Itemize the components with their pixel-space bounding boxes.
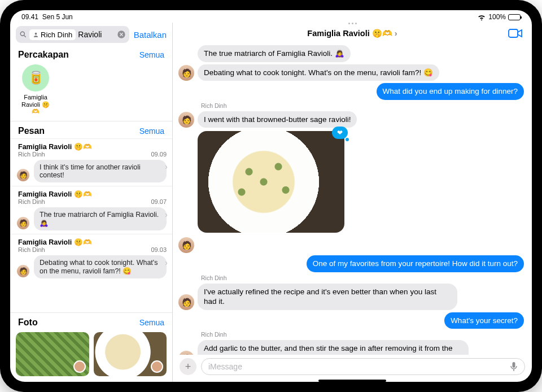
percakapan-all-link[interactable]: Semua [139,50,164,59]
avatar [73,360,86,373]
svg-point-2 [35,32,37,34]
ipad-frame: 09.41 Sen 5 Jun 100% [0,0,542,392]
photo-thumbnail[interactable] [94,332,167,376]
avatar: 🧑 [17,217,29,229]
message-row: One of my favorites from your repertoire… [178,255,524,272]
message-row: 🧑 I went with that browned-butter sage r… [178,111,524,128]
wifi-icon [477,14,486,20]
message-bubble-in[interactable]: I went with that browned-butter sage rav… [198,111,357,128]
svg-rect-5 [513,362,515,368]
chat-title: Famiglia Ravioli 🤫🫶 [18,238,167,246]
message-row: What's your secret? [178,312,524,329]
sender-name: Rich Dinh [18,151,45,158]
search-query-text: Ravioli [78,30,114,39]
photo-thumbnail[interactable] [16,332,89,376]
list-item[interactable]: Famiglia Ravioli 🤫🫶 Rich Dinh 09.03 🧑 De… [10,234,172,282]
home-indicator[interactable] [318,380,386,382]
avatar: 🧑 [17,265,29,277]
message-bubble-out[interactable]: One of my favorites from your repertoire… [307,255,524,272]
add-attachment-button[interactable]: + [180,358,196,375]
sender-name: Rich Dinh [18,246,45,253]
date: Sen 5 Jun [42,13,73,21]
message-row: What did you end up making for dinner? [178,83,524,100]
clock: 09.41 [21,13,38,21]
foto-header: Foto Semua [10,312,172,330]
pesan-title: Pesan [18,126,45,136]
chat-title: Famiglia Ravioli 🤫🫶 [18,190,167,198]
foto-title: Foto [18,317,38,328]
person-icon [33,32,39,38]
message-bubble-in[interactable]: Debating what to cook tonight. What's on… [198,64,439,81]
avatar: 🧑 [178,65,194,81]
message-bubble-in[interactable]: I've actually refined the recipe and it'… [198,284,457,310]
chat-title[interactable]: Famiglia Ravioli 🤫🫶 › [307,29,397,38]
chevron-right-icon: › [165,210,168,219]
message-row: 🧑 Debating what to cook tonight. What's … [178,64,524,81]
search-input[interactable]: Rich Dinh Ravioli [16,26,129,43]
message-row: 🧑 I've actually refined the recipe and i… [178,284,524,310]
avatar: 🧑 [178,237,194,253]
message-row: 🧑 Add garlic to the butter, and then sti… [178,340,524,355]
percakapan-header: Percakapan Semua [10,45,172,62]
message-input[interactable]: iMessage [201,358,525,375]
conversation-item[interactable]: 🥫 Famiglia Ravioli 🤫🫶 [18,64,53,115]
avatar: 🧑 [178,112,194,128]
cancel-search-button[interactable]: Batalkan [134,30,167,40]
list-item-meta: Rich Dinh 09.09 [18,151,167,158]
sidebar: Rich Dinh Ravioli Batalkan Percakapan Se… [10,23,173,382]
chevron-right-icon: › [165,258,168,267]
message-bubble-in[interactable]: Add garlic to the butter, and then stir … [198,340,469,355]
battery-icon [508,14,521,20]
facetime-button[interactable] [508,28,523,38]
sender-label: Rich Dinh [201,331,524,338]
screen: 09.41 Sen 5 Jun 100% [10,10,532,382]
message-row: The true matriarch of Famiglia Ravioli. … [198,45,524,62]
preview-bubble: The true matriarch of Famiglia Ravioli. … [34,207,167,230]
svg-line-1 [24,36,26,37]
list-item-meta: Rich Dinh 09.07 [18,198,167,205]
token-label: Rich Dinh [41,31,72,39]
foto-all-link[interactable]: Semua [139,318,164,327]
percakapan-title: Percakapan [18,50,69,60]
svg-point-0 [20,32,24,36]
chat-main: Famiglia Ravioli 🤫🫶 › The true matriarch… [173,23,532,382]
timestamp: 09.03 [151,246,167,253]
search-row: Rich Dinh Ravioli Batalkan [10,23,172,45]
love-tapback-icon[interactable]: ❤ [332,127,348,139]
message-bubble-out[interactable]: What did you end up making for dinner? [377,83,524,100]
chat-title-text: Famiglia Ravioli 🤫🫶 [307,29,392,38]
list-item-meta: Rich Dinh 09.03 [18,246,167,253]
status-bar: 09.41 Sen 5 Jun 100% [10,10,532,23]
conversation-name: Famiglia Ravioli 🤫🫶 [18,94,53,115]
clear-search-icon[interactable] [117,30,126,39]
pesan-header: Pesan Semua [10,121,172,138]
message-image[interactable] [198,131,344,233]
svg-rect-4 [509,29,518,37]
avatar: 🧑 [178,294,194,310]
chat-title: Famiglia Ravioli 🤫🫶 [18,142,167,151]
list-item[interactable]: Famiglia Ravioli 🤫🫶 Rich Dinh 09.07 🧑 Th… [10,186,172,234]
message-thread[interactable]: The true matriarch of Famiglia Ravioli. … [173,44,532,355]
avatar [151,360,163,373]
pesan-all-link[interactable]: Semua [139,127,164,136]
placeholder-text: iMessage [208,362,242,371]
message-row: 🧑 [178,237,524,253]
message-bubble-in[interactable]: The true matriarch of Famiglia Ravioli. … [198,45,351,62]
search-icon [19,31,27,38]
list-item[interactable]: Famiglia Ravioli 🤫🫶 Rich Dinh 09.09 🧑 I … [10,138,172,186]
search-contact-token[interactable]: Rich Dinh [29,29,76,40]
chevron-right-icon: › [165,162,168,171]
sender-label: Rich Dinh [201,275,524,281]
chevron-right-icon: › [395,29,397,38]
messages-app: Rich Dinh Ravioli Batalkan Percakapan Se… [10,23,532,382]
dictation-icon[interactable] [510,361,518,372]
multitasking-dots-icon[interactable] [344,23,361,26]
status-time-date: 09.41 Sen 5 Jun [21,13,73,21]
preview-bubble: I think it's time for another ravioli co… [34,160,167,182]
group-avatar: 🥫 [22,64,49,92]
conversation-row: 🥫 Famiglia Ravioli 🤫🫶 [10,62,172,121]
message-bubble-out[interactable]: What's your secret? [444,312,524,329]
sender-label: Rich Dinh [201,102,524,109]
preview-bubble: Debating what to cook tonight. What's on… [34,255,167,278]
image-message-wrap: ❤ [178,130,344,233]
